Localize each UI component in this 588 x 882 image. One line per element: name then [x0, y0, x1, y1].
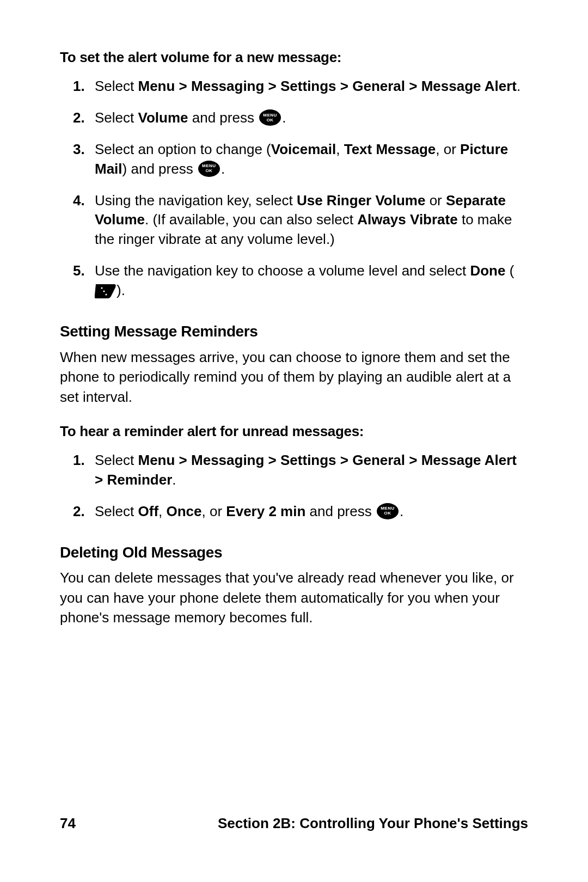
menu-path: Menu > Messaging > Settings > General > …: [138, 78, 517, 94]
bold-text: Text Message: [344, 141, 436, 157]
list-item: 2. Select Off, Once, or Every 2 min and …: [95, 502, 528, 522]
menu-ok-icon: MENUOK: [198, 161, 220, 177]
bold-text: Use Ringer Volume: [297, 192, 425, 209]
bold-text: Always Vibrate: [357, 211, 458, 228]
text: .: [400, 503, 403, 519]
text: .: [172, 471, 176, 488]
section-title: Section 2B: Controlling Your Phone's Set…: [218, 814, 528, 833]
svg-point-1: [103, 291, 105, 292]
svg-point-0: [101, 287, 102, 289]
list-item: 1. Select Menu > Messaging > Settings > …: [95, 77, 528, 96]
bold-text: Voicemail: [271, 141, 336, 157]
text: ).: [117, 282, 125, 298]
bold-text: Every 2 min: [226, 503, 305, 519]
menu-path: Menu > Messaging > Settings > General > …: [95, 452, 517, 488]
heading-deleting-old-messages: Deleting Old Messages: [60, 542, 528, 563]
text: Select: [95, 503, 138, 519]
page-number: 74: [60, 814, 76, 833]
list-item: 1. Select Menu > Messaging > Settings > …: [95, 451, 528, 490]
text: ,: [336, 141, 344, 157]
text: Select: [95, 78, 138, 94]
text: Use the navigation key to choose a volum…: [95, 262, 470, 279]
steps-reminder-alert: 1. Select Menu > Messaging > Settings > …: [60, 451, 528, 522]
text: Select: [95, 109, 138, 126]
bold-text: Volume: [138, 109, 188, 126]
bold-text: Once: [167, 503, 202, 519]
text: ) and press: [122, 161, 197, 177]
text: ,: [158, 503, 166, 519]
list-item: 4. Using the navigation key, select Use …: [95, 191, 528, 250]
bold-text: Off: [138, 503, 159, 519]
text: .: [282, 109, 286, 126]
paragraph: You can delete messages that you've alre…: [60, 568, 528, 627]
text: and press: [305, 503, 376, 519]
text: (: [505, 262, 514, 279]
heading-setting-message-reminders: Setting Message Reminders: [60, 321, 528, 342]
list-item: 5. Use the navigation key to choose a vo…: [95, 261, 528, 301]
text: .: [221, 161, 225, 177]
list-item: 3. Select an option to change (Voicemail…: [95, 140, 528, 179]
menu-ok-icon: MENUOK: [377, 503, 399, 519]
text: , or: [202, 503, 226, 519]
bold-text: Done: [470, 262, 505, 279]
paragraph: When new messages arrive, you can choose…: [60, 347, 528, 407]
text: and press: [188, 109, 258, 126]
done-softkey-icon: [95, 282, 117, 298]
footer: 74 Section 2B: Controlling Your Phone's …: [60, 814, 528, 833]
text: Using the navigation key, select: [95, 192, 297, 209]
text: Select: [95, 452, 138, 468]
text: .: [517, 78, 520, 94]
text: Select an option to change (: [95, 141, 271, 157]
svg-point-2: [105, 294, 107, 296]
list-item: 2. Select Volume and press MENUOK.: [95, 108, 528, 128]
menu-ok-icon: MENUOK: [259, 109, 281, 126]
text: , or: [436, 141, 460, 157]
steps-set-alert-volume: 1. Select Menu > Messaging > Settings > …: [60, 77, 528, 301]
intro-reminder-alert: To hear a reminder alert for unread mess…: [60, 422, 528, 441]
text: or: [425, 192, 446, 209]
text: . (If available, you can also select: [145, 211, 357, 228]
intro-set-alert-volume: To set the alert volume for a new messag…: [60, 48, 528, 67]
